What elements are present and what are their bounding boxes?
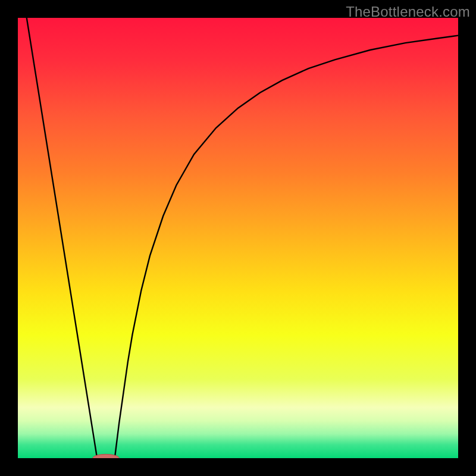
- gradient-background: [18, 18, 458, 458]
- plot-area: [18, 18, 458, 458]
- chart-svg: [18, 18, 458, 458]
- chart-frame: TheBottleneck.com: [0, 0, 476, 476]
- watermark-text: TheBottleneck.com: [346, 4, 470, 20]
